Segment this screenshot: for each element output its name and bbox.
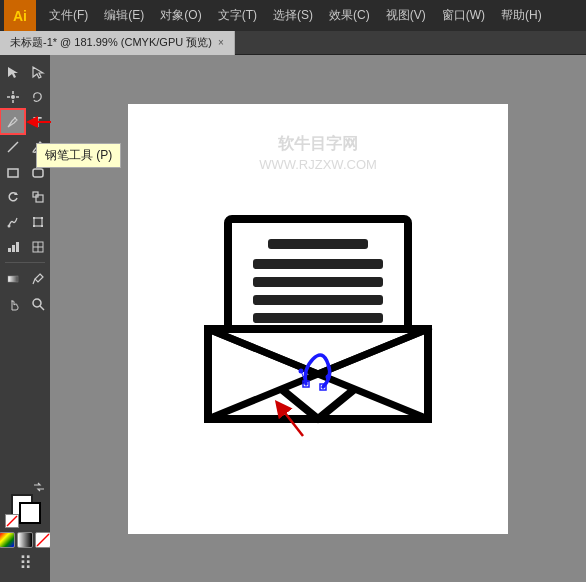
pen-tool-button[interactable] bbox=[0, 109, 25, 134]
canvas-area[interactable]: 软牛目字网 WWW.RJZXW.COM bbox=[50, 55, 586, 582]
svg-rect-36 bbox=[268, 239, 368, 249]
free-transform-button[interactable] bbox=[25, 209, 50, 234]
menu-bar: Ai 文件(F) 编辑(E) 对象(O) 文字(T) 选择(S) 效果(C) 视… bbox=[0, 0, 586, 31]
stroke-swatch[interactable] bbox=[19, 502, 41, 524]
svg-point-8 bbox=[14, 117, 16, 119]
eyedropper-tool-button[interactable] bbox=[25, 266, 50, 291]
menu-select[interactable]: 选择(S) bbox=[266, 5, 320, 26]
svg-rect-12 bbox=[33, 169, 43, 177]
envelope-illustration bbox=[198, 209, 438, 439]
svg-marker-1 bbox=[33, 67, 43, 78]
type-tool-button[interactable]: T bbox=[25, 109, 50, 134]
svg-rect-38 bbox=[253, 277, 383, 287]
svg-rect-11 bbox=[8, 169, 18, 177]
svg-rect-21 bbox=[41, 225, 43, 227]
svg-rect-18 bbox=[33, 217, 35, 219]
selection-tool-button[interactable] bbox=[0, 59, 25, 84]
none-mode-button[interactable] bbox=[35, 532, 51, 548]
more-tools-button[interactable]: ⠿ bbox=[19, 552, 32, 574]
rounded-rect-tool-button[interactable] bbox=[25, 159, 50, 184]
svg-line-29 bbox=[33, 279, 35, 284]
menu-items: 文件(F) 编辑(E) 对象(O) 文字(T) 选择(S) 效果(C) 视图(V… bbox=[42, 5, 549, 26]
scale-tool-button[interactable] bbox=[25, 184, 50, 209]
direct-selection-tool-button[interactable] bbox=[25, 59, 50, 84]
tool-row-5 bbox=[0, 159, 50, 184]
line-tool-button[interactable] bbox=[0, 134, 25, 159]
svg-line-33 bbox=[7, 516, 17, 526]
color-area: ⠿ bbox=[0, 486, 50, 578]
svg-line-32 bbox=[40, 306, 44, 310]
svg-rect-14 bbox=[36, 195, 43, 202]
tool-row-10 bbox=[0, 291, 50, 316]
svg-point-53 bbox=[326, 374, 331, 379]
gradient-tool-button[interactable] bbox=[0, 266, 25, 291]
tool-row-8 bbox=[0, 234, 50, 259]
tab-close-button[interactable]: × bbox=[218, 37, 224, 48]
menu-view[interactable]: 视图(V) bbox=[379, 5, 433, 26]
menu-effect[interactable]: 效果(C) bbox=[322, 5, 377, 26]
tool-row-4 bbox=[0, 134, 50, 159]
svg-point-31 bbox=[33, 299, 41, 307]
svg-line-10 bbox=[8, 142, 18, 152]
menu-window[interactable]: 窗口(W) bbox=[435, 5, 492, 26]
svg-marker-0 bbox=[8, 67, 18, 78]
hand-tool-button[interactable] bbox=[0, 291, 25, 316]
magic-wand-tool-button[interactable] bbox=[0, 84, 25, 109]
main-area: T 钢笔工具 (P) bbox=[0, 55, 586, 582]
menu-text[interactable]: 文字(T) bbox=[211, 5, 264, 26]
svg-point-51 bbox=[299, 368, 304, 373]
rectangle-tool-button[interactable] bbox=[0, 159, 25, 184]
svg-rect-28 bbox=[8, 276, 18, 282]
menu-help[interactable]: 帮助(H) bbox=[494, 5, 549, 26]
document-tab[interactable]: 未标题-1* @ 181.99% (CMYK/GPU 预览) × bbox=[0, 31, 235, 55]
tool-row-pen: T bbox=[0, 109, 50, 134]
warp-tool-button[interactable] bbox=[0, 209, 25, 234]
tool-row-2 bbox=[0, 84, 50, 109]
rotate-tool-button[interactable] bbox=[0, 184, 25, 209]
svg-point-6 bbox=[11, 95, 15, 99]
menu-object[interactable]: 对象(O) bbox=[153, 5, 208, 26]
svg-rect-23 bbox=[12, 245, 15, 252]
slice-tool-button[interactable] bbox=[25, 234, 50, 259]
toolbar-divider bbox=[5, 262, 45, 263]
tab-label: 未标题-1* @ 181.99% (CMYK/GPU 预览) bbox=[10, 35, 212, 50]
app-logo: Ai bbox=[4, 0, 36, 31]
zoom-tool-button[interactable] bbox=[25, 291, 50, 316]
tool-row-1 bbox=[0, 59, 50, 84]
tool-row-7 bbox=[0, 209, 50, 234]
svg-point-16 bbox=[7, 224, 10, 227]
svg-rect-22 bbox=[8, 248, 11, 252]
svg-rect-17 bbox=[34, 218, 42, 226]
svg-line-34 bbox=[37, 534, 49, 546]
svg-rect-20 bbox=[33, 225, 35, 227]
tool-row-6 bbox=[0, 184, 50, 209]
menu-file[interactable]: 文件(F) bbox=[42, 5, 95, 26]
svg-rect-39 bbox=[253, 295, 383, 305]
menu-edit[interactable]: 编辑(E) bbox=[97, 5, 151, 26]
svg-rect-40 bbox=[253, 313, 383, 323]
gradient-mode-button[interactable] bbox=[17, 532, 33, 548]
svg-rect-19 bbox=[41, 217, 43, 219]
svg-rect-24 bbox=[16, 242, 19, 252]
watermark: 软牛目字网 WWW.RJZXW.COM bbox=[259, 134, 377, 172]
chart-tool-button[interactable] bbox=[0, 234, 25, 259]
svg-rect-37 bbox=[253, 259, 383, 269]
none-icon[interactable] bbox=[5, 514, 19, 528]
tab-bar: 未标题-1* @ 181.99% (CMYK/GPU 预览) × bbox=[0, 31, 586, 55]
document-canvas: 软牛目字网 WWW.RJZXW.COM bbox=[128, 104, 508, 534]
swap-colors-icon[interactable] bbox=[32, 480, 46, 497]
toolbar: T 钢笔工具 (P) bbox=[0, 55, 50, 582]
color-mode-button[interactable] bbox=[0, 532, 15, 548]
paintbrush-tool-button[interactable] bbox=[25, 134, 50, 159]
tool-row-9 bbox=[0, 266, 50, 291]
lasso-tool-button[interactable] bbox=[25, 84, 50, 109]
